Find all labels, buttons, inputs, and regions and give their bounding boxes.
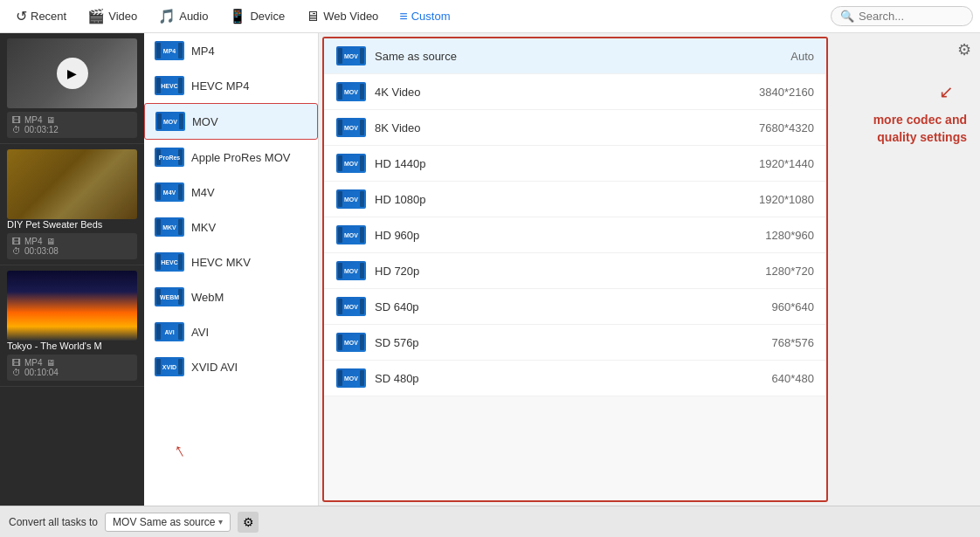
video-thumbnail <box>7 271 137 341</box>
play-button[interactable]: ▶ <box>57 58 88 89</box>
custom-icon: ≡ <box>399 9 407 24</box>
format-label: M4V <box>191 186 215 199</box>
format-item-xvid-avi[interactable]: XVIDXVID AVI <box>144 349 318 384</box>
video-meta: 🎞 MP4 🖥 <box>12 237 132 246</box>
format-icon: 🎞 <box>12 115 21 125</box>
format-item-hevc-mp4[interactable]: HEVCHEVC MP4 <box>144 68 318 103</box>
resolution-item[interactable]: MOVSD 576p768*576 <box>324 325 826 361</box>
resolution-label: 4K Video <box>375 86 735 99</box>
settings-button[interactable]: ⚙ <box>238 512 259 533</box>
tab-recent-label: Recent <box>31 10 66 23</box>
resolution-item[interactable]: MOVHD 720p1280*720 <box>324 253 826 289</box>
screen-icon: 🖥 <box>46 358 55 368</box>
resolution-format-badge: MOV <box>336 154 366 173</box>
format-item-apple-prores[interactable]: ProResApple ProRes MOV <box>144 140 318 175</box>
device-icon: 📱 <box>229 8 246 24</box>
tab-video-label: Video <box>108 10 137 23</box>
format-icon: 🎞 <box>12 237 21 246</box>
resolution-item[interactable]: MOV4K Video3840*2160 <box>324 74 826 110</box>
clock-icon: ⏱ <box>12 368 21 377</box>
list-item[interactable]: DIY Pet Sweater Beds 🎞 MP4 🖥 ⏱ 00:03:08 <box>0 144 144 265</box>
recent-icon: ↺ <box>16 8 27 24</box>
video-meta: 🎞 MP4 🖥 <box>12 358 132 368</box>
search-box[interactable]: 🔍 <box>831 6 973 26</box>
format-item-webm[interactable]: WEBMWebM <box>144 279 318 314</box>
video-meta: 🎞 MP4 🖥 <box>12 115 132 125</box>
format-label: XVID AVI <box>191 361 238 374</box>
video-info: 🎞 MP4 🖥 ⏱ 00:03:08 <box>7 233 137 259</box>
format-item-avi[interactable]: AVIAVI <box>144 314 318 349</box>
tab-video[interactable]: 🎬 Video <box>79 3 146 29</box>
format-badge: XVID <box>155 357 184 376</box>
tab-device[interactable]: 📱 Device <box>220 3 293 29</box>
search-input[interactable] <box>859 10 963 23</box>
resolution-item[interactable]: MOVSame as sourceAuto <box>324 38 826 74</box>
video-title: Tokyo - The World's M <box>7 341 137 351</box>
format-item-mov[interactable]: MOVMOV <box>144 103 318 140</box>
clock-icon: ⏱ <box>12 125 21 134</box>
gear-button[interactable]: ⚙ <box>957 40 971 59</box>
format-label: AVI <box>191 326 209 339</box>
resolution-label: HD 1440p <box>375 157 735 170</box>
selected-format-label: MOV Same as source <box>113 516 215 528</box>
tab-webvideo[interactable]: 🖥 Web Video <box>297 4 387 29</box>
format-label: MOV <box>192 115 218 128</box>
tab-recent[interactable]: ↺ Recent <box>7 3 75 29</box>
tab-custom[interactable]: ≡ Custom <box>390 4 459 29</box>
convert-select-dropdown[interactable]: MOV Same as source ▾ <box>105 513 231 532</box>
video-duration: 00:10:04 <box>24 368 59 377</box>
resolution-item[interactable]: MOVSD 640p960*640 <box>324 289 826 325</box>
resolution-format-badge: MOV <box>336 261 366 280</box>
resolution-item[interactable]: MOVHD 1440p1920*1440 <box>324 146 826 182</box>
video-info: 🎞 MP4 🖥 ⏱ 00:10:04 <box>7 355 137 381</box>
video-duration-meta: ⏱ 00:03:08 <box>12 246 132 256</box>
resolution-value: 1920*1080 <box>744 193 814 206</box>
format-label: WebM <box>191 291 224 304</box>
resolution-item[interactable]: MOVHD 960p1280*960 <box>324 217 826 253</box>
video-format: MP4 <box>24 358 43 368</box>
resolution-item[interactable]: MOVSD 480p640*480 <box>324 361 826 396</box>
video-info: 🎞 MP4 🖥 ⏱ 00:03:12 <box>7 112 137 138</box>
left-sidebar: ▶ 🎞 MP4 🖥 ⏱ 00:03:12 DIY Pet Sweater Bed… <box>0 33 144 506</box>
format-item-m4v[interactable]: M4VM4V <box>144 175 318 210</box>
settings-icon: ⚙ <box>243 515 254 529</box>
format-item-hevc-mkv[interactable]: HEVCHEVC MKV <box>144 244 318 279</box>
arrow-icon: ↙ <box>939 81 954 102</box>
resolution-value: 1920*1440 <box>744 157 814 170</box>
resolution-format-badge: MOV <box>336 368 366 388</box>
resolution-value: 768*576 <box>744 336 814 349</box>
tab-webvideo-label: Web Video <box>323 10 378 23</box>
video-format: MP4 <box>24 237 43 246</box>
resolution-item[interactable]: MOVHD 1080p1920*1080 <box>324 182 826 217</box>
resolution-label: SD 640p <box>375 300 735 313</box>
list-item[interactable]: ▶ 🎞 MP4 🖥 ⏱ 00:03:12 <box>0 33 144 144</box>
resolution-format-badge: MOV <box>336 333 366 352</box>
tab-audio[interactable]: 🎵 Audio <box>149 3 217 29</box>
video-duration-meta: ⏱ 00:03:12 <box>12 125 132 134</box>
video-thumbnail <box>7 149 137 219</box>
resolution-panel: MOVSame as sourceAutoMOV4K Video3840*216… <box>322 37 828 502</box>
format-label: HEVC MP4 <box>191 79 249 93</box>
resolution-value: 3840*2160 <box>744 86 814 99</box>
resolution-value: 1280*960 <box>744 229 814 242</box>
resolution-label: Same as source <box>375 50 735 63</box>
resolution-label: HD 720p <box>375 265 735 278</box>
format-badge: M4V <box>155 182 184 202</box>
tab-device-label: Device <box>250 10 285 23</box>
format-item-mkv[interactable]: MKVMKV <box>144 210 318 244</box>
resolution-format-badge: MOV <box>336 118 366 137</box>
format-panel: MP4MP4HEVCHEVC MP4MOVMOVProResApple ProR… <box>144 33 319 506</box>
resolution-label: HD 960p <box>375 229 735 242</box>
main-content: ▶ 🎞 MP4 🖥 ⏱ 00:03:12 DIY Pet Sweater Bed… <box>0 33 980 506</box>
list-item[interactable]: Tokyo - The World's M 🎞 MP4 🖥 ⏱ 00:10:04 <box>0 265 144 387</box>
format-label: Apple ProRes MOV <box>191 151 290 164</box>
format-badge: MKV <box>155 217 184 237</box>
format-label: MKV <box>191 221 216 234</box>
video-duration-meta: ⏱ 00:10:04 <box>12 368 132 377</box>
tab-audio-label: Audio <box>179 10 208 23</box>
dropdown-arrow-icon: ▾ <box>218 517 223 527</box>
resolution-format-badge: MOV <box>336 297 366 316</box>
resolution-item[interactable]: MOV8K Video7680*4320 <box>324 110 826 146</box>
format-item-mp4[interactable]: MP4MP4 <box>144 33 318 68</box>
tab-custom-label: Custom <box>411 10 451 23</box>
